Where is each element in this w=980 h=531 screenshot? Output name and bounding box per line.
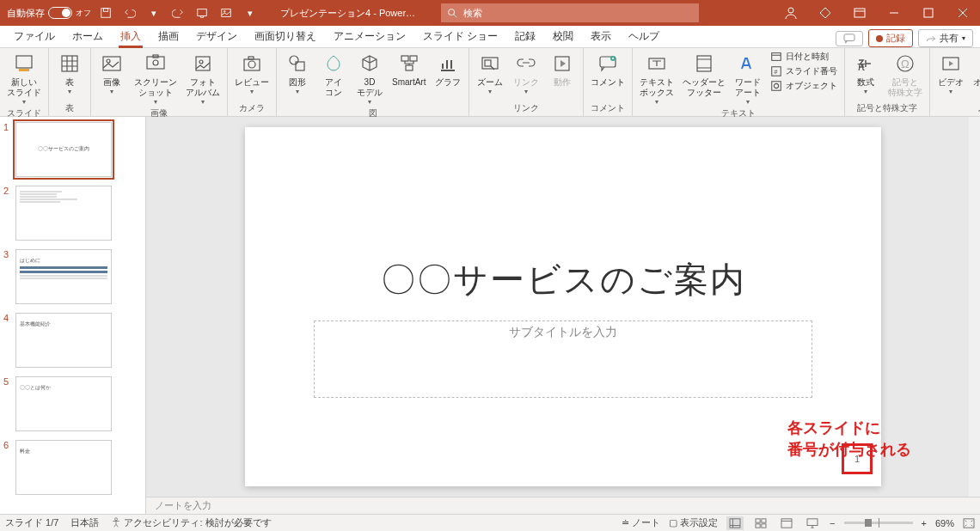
- comments-button[interactable]: [836, 31, 863, 46]
- ribbon-chart-button[interactable]: グラフ: [431, 50, 465, 89]
- fit-to-window-button[interactable]: [963, 518, 975, 528]
- zoom-in-button[interactable]: +: [922, 518, 927, 528]
- tab-表示[interactable]: 表示: [582, 26, 620, 47]
- slide-sorter-button[interactable]: [752, 516, 769, 530]
- document-title: プレゼンテーション4 - Power…: [280, 7, 415, 20]
- ribbon-display-button[interactable]: [842, 0, 877, 26]
- chart-icon: [436, 52, 460, 76]
- svg-text:#: #: [775, 69, 778, 75]
- tab-挿入[interactable]: 挿入: [112, 26, 150, 47]
- ribbon-date-button[interactable]: 日付と時刻: [767, 50, 841, 64]
- ribbon-audio-button[interactable]: オーディオ▾: [970, 50, 980, 97]
- zoom-out-button[interactable]: −: [830, 518, 835, 528]
- tab-デザイン[interactable]: デザイン: [187, 26, 246, 47]
- slide-subtitle-placeholder[interactable]: サブタイトルを入力: [314, 320, 812, 398]
- svg-rect-15: [147, 57, 164, 69]
- thumbnail-item[interactable]: 1〇〇サービスのご案内: [3, 122, 140, 177]
- tab-校閲[interactable]: 校閲: [544, 26, 582, 47]
- notes-toggle[interactable]: ≐ ノート: [622, 516, 660, 529]
- ribbon-obj-button[interactable]: オブジェクト: [767, 79, 841, 93]
- ribbon-shapes-button[interactable]: 図形▾: [280, 50, 315, 97]
- ribbon-num-button[interactable]: #スライド番号: [767, 64, 841, 78]
- notes-pane[interactable]: ノートを入力: [146, 497, 980, 514]
- diamond-icon[interactable]: [808, 0, 842, 26]
- thumbnail-item[interactable]: 3はじめに: [3, 249, 140, 304]
- search-icon: [446, 7, 458, 19]
- ribbon-3d-button[interactable]: 3D モデル▾: [352, 50, 387, 107]
- autosave-toggle[interactable]: 自動保存 オフ: [7, 7, 91, 20]
- svg-rect-9: [844, 34, 854, 40]
- tab-記録[interactable]: 記録: [506, 26, 544, 47]
- ribbon-group-メディア: ビデオ▾オーディオ▾画面 録画メディア: [930, 48, 980, 116]
- svg-point-21: [248, 61, 255, 68]
- ribbon-wordart-button[interactable]: ワード アート▾: [731, 50, 765, 107]
- slideshow-button[interactable]: [804, 516, 821, 530]
- svg-text:π: π: [857, 59, 866, 73]
- tab-ホーム[interactable]: ホーム: [64, 26, 112, 47]
- ribbon-camera-button[interactable]: レビュー▾: [231, 50, 273, 97]
- reading-view-button[interactable]: [778, 516, 795, 530]
- minimize-button[interactable]: [877, 0, 911, 26]
- tab-ファイル[interactable]: ファイル: [5, 26, 64, 47]
- thumbnail-item[interactable]: 2: [3, 186, 140, 241]
- slide[interactable]: 〇〇サービスのご案内 サブタイトルを入力 1: [245, 127, 881, 486]
- vertical-scrollbar[interactable]: [969, 117, 980, 497]
- qat-customize-button[interactable]: ▾: [241, 3, 260, 22]
- svg-point-19: [199, 60, 203, 64]
- display-settings[interactable]: ▢ 表示設定: [669, 516, 718, 529]
- tab-スライド ショー[interactable]: スライド ショー: [414, 26, 506, 47]
- ribbon-album-button[interactable]: フォト アルバム▾: [182, 50, 224, 107]
- slide-position[interactable]: スライド 1/7: [5, 516, 58, 529]
- ribbon-equation-button[interactable]: π数式▾: [848, 50, 883, 97]
- equation-icon: π: [854, 52, 878, 76]
- ribbon-screenshot-button[interactable]: スクリーン ショット▾: [131, 50, 181, 107]
- tab-画面切り替え[interactable]: 画面切り替え: [246, 26, 325, 47]
- save-button[interactable]: [96, 3, 115, 22]
- ribbon-link-button: リンク▾: [509, 50, 543, 97]
- tab-ヘルプ[interactable]: ヘルプ: [620, 26, 668, 47]
- maximize-button[interactable]: [911, 0, 946, 26]
- accessibility-status[interactable]: アクセシビリティ: 検討が必要です: [111, 516, 271, 529]
- num-icon: #: [770, 65, 782, 77]
- language-indicator[interactable]: 日本語: [70, 516, 99, 529]
- ribbon-textbox-button[interactable]: テキスト ボックス▾: [636, 50, 677, 107]
- zoom-slider[interactable]: [844, 522, 913, 524]
- ribbon-comment-button[interactable]: コメント: [587, 50, 628, 89]
- account-icon[interactable]: [774, 0, 808, 26]
- ribbon-zoom-button[interactable]: ズーム▾: [473, 50, 507, 97]
- action-icon: [550, 52, 574, 76]
- ribbon-table-button[interactable]: 表▾: [52, 50, 87, 97]
- slide-title[interactable]: 〇〇サービスのご案内: [245, 256, 881, 303]
- ribbon-icons-button[interactable]: アイ コン: [316, 50, 351, 100]
- table-icon: [58, 52, 82, 76]
- undo-button[interactable]: [120, 3, 139, 22]
- thumbnail-item[interactable]: 6料金: [3, 440, 140, 495]
- redo-button[interactable]: [168, 3, 187, 22]
- thumbnail-item[interactable]: 5〇〇とは何か: [3, 376, 140, 431]
- svg-rect-49: [762, 518, 766, 522]
- normal-view-button[interactable]: [726, 516, 744, 530]
- svg-point-6: [788, 8, 793, 13]
- ribbon-smartart-button[interactable]: SmartArt: [389, 50, 429, 89]
- start-from-beginning-button[interactable]: [193, 3, 211, 22]
- zoom-level[interactable]: 69%: [935, 518, 954, 528]
- thumbnail-item[interactable]: 4基本機能紹介: [3, 313, 140, 368]
- tab-描画[interactable]: 描画: [150, 26, 187, 47]
- svg-rect-12: [62, 56, 77, 71]
- ribbon-video-button[interactable]: ビデオ▾: [934, 50, 968, 97]
- close-button[interactable]: [946, 0, 980, 26]
- ribbon-header-button[interactable]: ヘッダーと フッター: [679, 50, 729, 100]
- slide-thumbnails-pane[interactable]: 1〇〇サービスのご案内23はじめに4基本機能紹介5〇〇とは何か6料金: [0, 117, 146, 514]
- ribbon-group-label: コメント: [587, 102, 628, 116]
- svg-rect-0: [101, 9, 111, 18]
- search-box[interactable]: 検索: [441, 3, 699, 22]
- share-button[interactable]: 共有▾: [918, 29, 973, 47]
- screenshot-icon: [144, 52, 168, 76]
- svg-rect-48: [756, 518, 760, 522]
- ribbon-new-slide-button[interactable]: 新しい スライド▾: [3, 50, 45, 107]
- undo-dropdown[interactable]: ▾: [144, 3, 163, 22]
- qat-image-button[interactable]: [217, 3, 236, 22]
- ribbon-picture-button[interactable]: 画像▾: [95, 50, 129, 97]
- tab-アニメーション[interactable]: アニメーション: [325, 26, 414, 47]
- record-button[interactable]: 記録: [868, 29, 913, 47]
